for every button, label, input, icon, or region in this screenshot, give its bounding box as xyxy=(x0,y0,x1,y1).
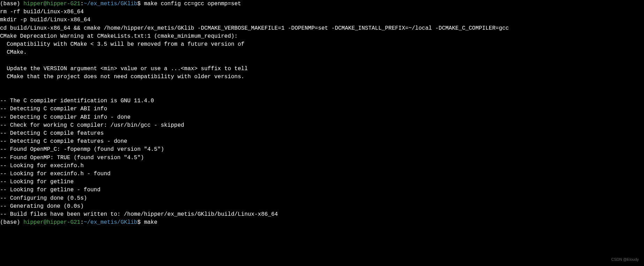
output-line: -- Build files have been written to: /ho… xyxy=(0,210,644,219)
output-line: CMake. xyxy=(0,49,644,57)
output-line xyxy=(0,89,644,97)
output-line: -- Looking for execinfo.h - found xyxy=(0,170,644,178)
output-line: -- Looking for execinfo.h xyxy=(0,162,644,170)
prompt-path: ~/ex_metis/GKlib xyxy=(84,1,137,7)
prompt-dollar: $ xyxy=(137,219,144,226)
watermark-text: CSDN @Eloudy xyxy=(611,257,639,263)
prompt-dollar: $ xyxy=(137,1,144,7)
output-line: -- Check for working C compiler: /usr/bi… xyxy=(0,121,644,130)
command-text: make xyxy=(144,219,157,226)
prompt-line-2: (base) hipper@hipper-G21:~/ex_metis/GKli… xyxy=(0,219,644,227)
output-line: CMake Deprecation Warning at CMakeLists.… xyxy=(0,32,644,40)
output-line: CMake that the project does not need com… xyxy=(0,73,644,81)
prompt-user-host: hipper@hipper-G21 xyxy=(23,219,80,226)
output-line: -- Detecting C compiler ABI info xyxy=(0,105,644,113)
output-line: Compatibility with CMake < 3.5 will be r… xyxy=(0,40,644,49)
command-text: make config cc=gcc openmp=set xyxy=(144,1,241,7)
output-line: -- Found OpenMP: TRUE (found version "4.… xyxy=(0,154,644,162)
prompt-separator: : xyxy=(80,219,84,226)
prompt-user-host: hipper@hipper-G21 xyxy=(23,1,80,7)
output-line: -- Found OpenMP_C: -fopenmp (found versi… xyxy=(0,146,644,154)
output-line: -- Detecting C compiler ABI info - done xyxy=(0,113,644,121)
output-line: -- Looking for getline xyxy=(0,178,644,186)
output-line: rm -rf build/Linux-x86_64 xyxy=(0,8,644,16)
output-line: -- Looking for getline - found xyxy=(0,186,644,194)
output-line: Update the VERSION argument <min> value … xyxy=(0,65,644,73)
output-line: -- The C compiler identification is GNU … xyxy=(0,97,644,105)
prompt-line-1: (base) hipper@hipper-G21:~/ex_metis/GKli… xyxy=(0,0,644,8)
output-line: -- Configuring done (0.5s) xyxy=(0,194,644,202)
terminal-output[interactable]: (base) hipper@hipper-G21:~/ex_metis/GKli… xyxy=(0,0,644,227)
output-line: -- Detecting C compile features - done xyxy=(0,138,644,146)
output-line: -- Generating done (0.0s) xyxy=(0,202,644,210)
output-line: mkdir -p build/Linux-x86_64 xyxy=(0,16,644,24)
output-line: cd build/Linux-x86_64 && cmake /home/hip… xyxy=(0,24,644,32)
prompt-env: (base) xyxy=(0,219,23,226)
output-line xyxy=(0,81,644,89)
prompt-env: (base) xyxy=(0,1,23,7)
output-line xyxy=(0,57,644,65)
prompt-separator: : xyxy=(80,1,84,7)
prompt-path: ~/ex_metis/GKlib xyxy=(84,219,137,226)
output-line: -- Detecting C compile features xyxy=(0,130,644,138)
